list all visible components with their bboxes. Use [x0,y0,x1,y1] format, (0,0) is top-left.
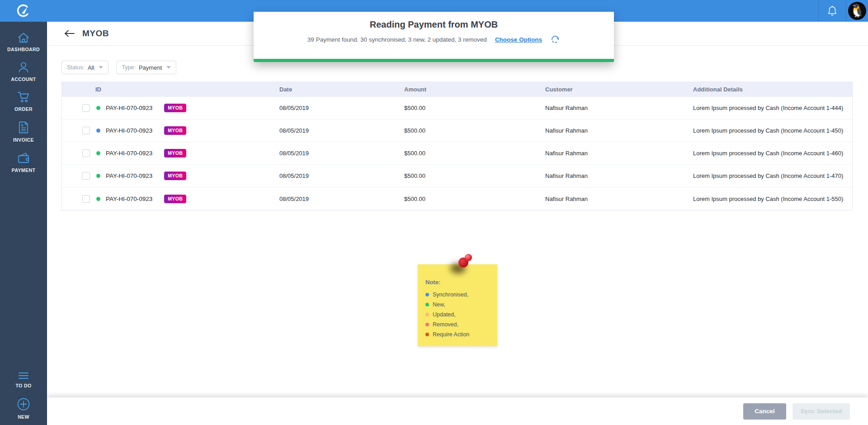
filters-bar: Status: All Type: Payment [61,61,176,74]
row-customer: Nafisur Rahman [545,172,693,179]
row-status-dot [96,197,100,201]
row-date: 08/05/2019 [279,127,404,134]
column-header-amount: Amount [404,86,545,93]
sidebar-item-dashboard[interactable]: DASHBOARD [0,32,47,52]
table-row: PAY-HI-070-0923 MYOB 08/05/2019 $500.00 … [62,165,852,187]
sidebar-item-label: DASHBOARD [7,47,40,52]
payments-table: ID Date Amount Customer Additional Detai… [61,81,853,210]
row-source-badge: MYOB [164,172,186,180]
row-status-dot [96,106,100,110]
status-filter-label: Status: [67,64,85,71]
status-filter-dropdown[interactable]: Status: All [61,61,108,74]
app-window: 🐧 DASHBOARD ACCOUNT [0,0,868,425]
sync-refresh-icon [550,34,560,44]
type-filter-dropdown[interactable]: Type: Payment [116,61,176,74]
sidebar-item-label: ORDER [14,106,33,112]
row-date: 08/05/2019 [279,196,404,202]
row-details: Lorem Ipsum processed by Cash (Income Ac… [693,150,853,157]
row-id: PAY-HI-070-0923 [106,105,152,111]
choose-options-link[interactable]: Choose Options [495,36,542,43]
home-icon [17,32,30,43]
row-status-dot [96,129,100,133]
row-details: Lorem Ipsum processed by Cash (Income Ac… [693,196,853,202]
sidebar-item-account[interactable]: ACCOUNT [0,61,47,82]
sidebar-item-payment[interactable]: PAYMENT [0,152,47,173]
wallet-icon [17,152,30,164]
sidebar-item-invoice[interactable]: $ INVOICE [0,121,47,143]
row-status-dot [96,174,100,178]
table-row: PAY-HI-070-0923 MYOB 08/05/2019 $500.00 … [62,187,852,210]
type-filter-label: Type: [122,64,136,71]
row-id: PAY-HI-070-0923 [106,127,152,134]
note-status-label: Require Action [433,331,469,338]
list-icon [17,372,30,380]
note-legend-item: Synchronised, [425,290,497,300]
cart-icon [17,91,30,103]
sidebar-item-new[interactable]: NEW [0,397,47,420]
row-customer: Nafisur Rahman [545,105,693,111]
notifications-button[interactable] [818,0,846,22]
note-title: Note: [425,279,497,286]
sidebar-item-label: TO DO [15,383,31,388]
table-row: PAY-HI-070-0923 MYOB 08/05/2019 $500.00 … [62,97,852,119]
note-legend-item: Removed, [425,320,497,329]
note-legend-item: New, [425,300,497,310]
cancel-button[interactable]: Cancel [743,403,786,420]
table-row: PAY-HI-070-0923 MYOB 08/05/2019 $500.00 … [62,119,852,142]
row-amount: $500.00 [404,172,545,179]
left-arrow-icon [64,30,75,37]
chevron-down-icon [166,66,171,69]
row-date: 08/05/2019 [279,105,404,111]
table-header-row: ID Date Amount Customer Additional Detai… [62,81,852,97]
sidebar-nav: DASHBOARD ACCOUNT ORDER $ [0,22,47,425]
note-status-label: Removed, [433,321,458,328]
note-items: Synchronised, New, Updated, Removed, Req… [425,290,497,339]
sync-toast: Reading Payment from MYOB 39 Payment fou… [254,12,614,62]
sidebar-item-order[interactable]: ORDER [0,91,47,112]
row-id: PAY-HI-070-0923 [106,150,152,157]
row-checkbox[interactable] [82,195,90,203]
row-id: PAY-HI-070-0923 [106,196,152,202]
main-content: MYOB Status: All Type: Payment ID Date A… [47,22,868,425]
note-status-dot [425,303,429,306]
invoice-icon: $ [18,121,29,134]
type-filter-value: Payment [139,64,162,71]
row-amount: $500.00 [404,105,545,111]
row-checkbox[interactable] [82,172,90,180]
legend-sticky-note: Note: Synchronised, New, Updated, Remove… [418,264,497,346]
pushpin-head [465,254,472,261]
row-amount: $500.00 [404,196,545,202]
penguin-avatar-icon: 🐧 [849,5,865,17]
sidebar-item-todo[interactable]: TO DO [0,372,47,388]
note-status-dot [425,293,429,296]
row-details: Lorem Ipsum processed by Cash (Income Ac… [693,172,853,179]
row-amount: $500.00 [404,127,545,134]
toast-summary: 39 Payment found. 30 synchronised, 3 new… [307,36,487,43]
column-header-details: Additional Details [693,86,853,93]
row-status-dot [96,151,100,155]
user-avatar[interactable]: 🐧 [848,2,866,20]
refresh-button[interactable] [550,34,560,44]
note-legend-item: Require Action [425,329,497,339]
table-row: PAY-HI-070-0923 MYOB 08/05/2019 $500.00 … [62,142,852,165]
row-details: Lorem Ipsum processed by Cash (Income Ac… [693,127,853,134]
note-status-label: New, [433,301,445,308]
column-header-date: Date [279,86,404,93]
row-customer: Nafisur Rahman [545,150,693,157]
chevron-down-icon [99,66,103,69]
note-status-dot [425,323,429,326]
app-logo[interactable] [0,0,47,22]
row-checkbox[interactable] [82,104,90,112]
column-header-id: ID [62,86,279,93]
note-legend-item: Updated, [425,310,497,320]
table-body: PAY-HI-070-0923 MYOB 08/05/2019 $500.00 … [62,97,852,210]
compass-g-logo-icon [16,3,31,19]
sidebar-item-label: ACCOUNT [11,76,36,82]
row-checkbox[interactable] [82,127,90,134]
note-status-label: Synchronised, [433,291,468,298]
footer-action-bar: Cancel Sync Selected [47,397,868,425]
sync-selected-button[interactable]: Sync Selected [793,403,850,420]
row-source-badge: MYOB [164,126,186,135]
back-button[interactable] [64,30,75,37]
row-checkbox[interactable] [82,149,90,157]
